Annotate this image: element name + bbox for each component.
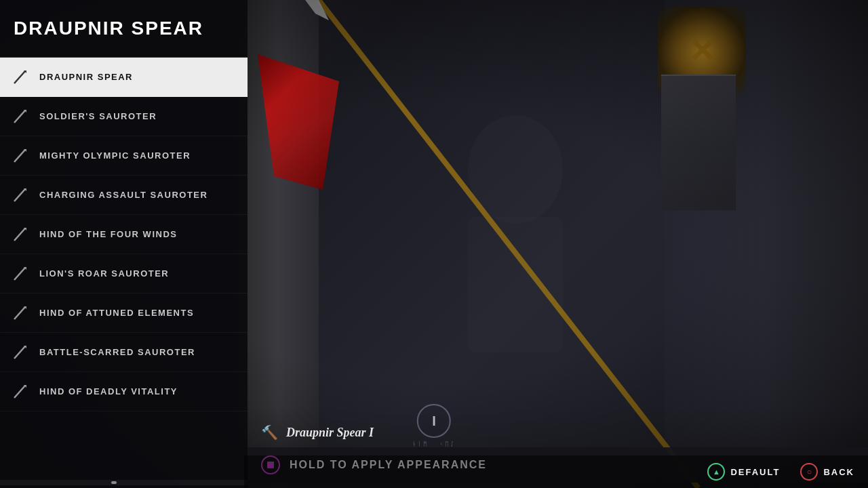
weapon-item-charging-assault-sauroter[interactable]: CHARGING ASSAULT SAUROTER — [0, 176, 248, 215]
weapon-info-bar: 🔨 Draupnir Spear I — [248, 418, 868, 447]
character-display — [353, 34, 678, 441]
weapon-item-hind-attuned-elements[interactable]: HIND OF ATTUNED ELEMENTS — [0, 293, 248, 333]
hammer-icon: 🔨 — [261, 424, 278, 441]
svg-line-18 — [14, 346, 25, 359]
weapon-item-draupnir-spear[interactable]: DRAUPNIR SPEAR — [0, 58, 248, 97]
sidebar-scrollbar[interactable] — [0, 480, 248, 485]
svg-line-14 — [14, 268, 25, 280]
weapon-icon-charging-assault-sauroter — [11, 186, 30, 205]
weapon-label-soldiers-sauroter: SOLDIER'S SAUROTER — [39, 111, 157, 121]
weapon-icon-hind-four-winds — [11, 225, 30, 244]
page-title: DRAUPNIR SPEAR — [14, 18, 203, 39]
weapon-label-hind-deadly-vitality: HIND OF DEADLY VITALITY — [39, 386, 178, 396]
controls-bar: ▲ DEFAULT ○ BACK — [244, 455, 868, 488]
scroll-thumb — [111, 481, 117, 484]
weapon-item-mighty-olympic-sauroter[interactable]: MIGHTY OLYMPIC SAUROTER — [0, 136, 248, 176]
weapon-item-battle-scarred-sauroter[interactable]: BATTLE-SCARRED SAUROTER — [0, 333, 248, 372]
default-control[interactable]: ▲ DEFAULT — [707, 463, 780, 481]
svg-line-6 — [14, 110, 25, 123]
circle-button: ○ — [800, 463, 818, 481]
svg-line-8 — [14, 150, 25, 162]
weapon-label-draupnir-spear: DRAUPNIR SPEAR — [39, 72, 133, 82]
weapon-label-mighty-olympic-sauroter: MIGHTY OLYMPIC SAUROTER — [39, 150, 191, 161]
weapon-label-battle-scarred-sauroter: BATTLE-SCARRED SAUROTER — [39, 347, 195, 357]
weapon-item-hind-deadly-vitality[interactable]: HIND OF DEADLY VITALITY — [0, 372, 248, 411]
weapon-label-charging-assault-sauroter: CHARGING ASSAULT SAUROTER — [39, 190, 208, 200]
sidebar-panel: DRAUPNIR SPEAR DRAUPNIR SPEARSOLDIER'S S… — [0, 0, 248, 488]
svg-line-16 — [14, 307, 25, 319]
weapon-icon-soldiers-sauroter — [11, 107, 30, 126]
back-label: BACK — [823, 467, 854, 477]
weapon-icon-lions-roar-sauroter — [11, 264, 30, 283]
weapon-label-lions-roar-sauroter: LION'S ROAR SAUROTER — [39, 268, 169, 279]
triangle-button: ▲ — [707, 463, 725, 481]
svg-line-12 — [14, 228, 25, 241]
weapon-icon-hind-deadly-vitality — [11, 382, 30, 401]
weapon-item-hind-four-winds[interactable]: HIND OF THE FOUR WINDS — [0, 215, 248, 254]
weapon-item-lions-roar-sauroter[interactable]: LION'S ROAR SAUROTER — [0, 254, 248, 293]
weapon-icon-battle-scarred-sauroter — [11, 343, 30, 362]
weapon-icon-draupnir-spear — [11, 68, 30, 87]
sidebar-title-area: DRAUPNIR SPEAR — [0, 0, 248, 58]
weapon-label-hind-four-winds: HIND OF THE FOUR WINDS — [39, 229, 177, 239]
weapon-list: DRAUPNIR SPEARSOLDIER'S SAUROTERMIGHTY O… — [0, 58, 248, 477]
svg-point-2 — [468, 115, 563, 224]
svg-rect-3 — [468, 217, 563, 352]
svg-line-20 — [14, 386, 25, 398]
weapon-item-soldiers-sauroter[interactable]: SOLDIER'S SAUROTER — [0, 97, 248, 136]
svg-line-10 — [14, 189, 25, 201]
svg-line-4 — [14, 71, 25, 83]
default-label: DEFAULT — [730, 467, 780, 477]
back-control[interactable]: ○ BACK — [800, 463, 854, 481]
weapon-icon-hind-attuned-elements — [11, 304, 30, 323]
weapon-label-hind-attuned-elements: HIND OF ATTUNED ELEMENTS — [39, 308, 194, 318]
weapon-icon-mighty-olympic-sauroter — [11, 146, 30, 165]
weapon-name-display: Draupnir Spear I — [286, 426, 374, 440]
